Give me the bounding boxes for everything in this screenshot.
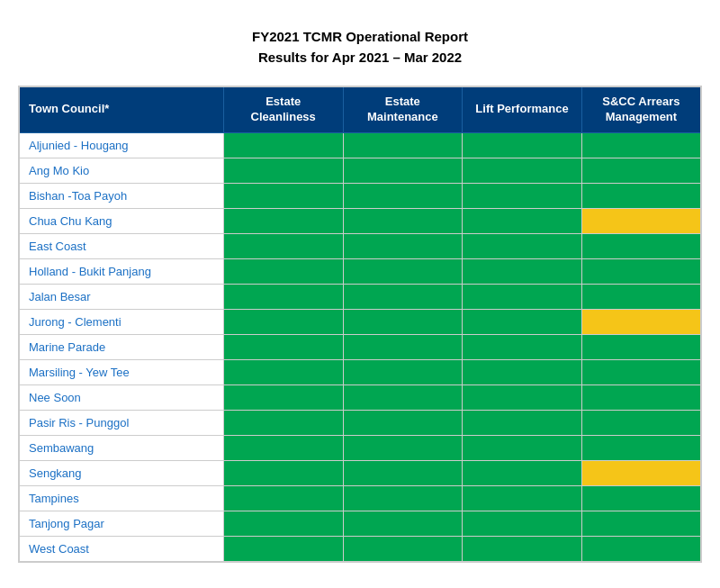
performance-table: Town Council* Estate Cleanliness Estate … xyxy=(18,86,702,563)
table-row: Marsiling - Yew Tee xyxy=(19,359,701,384)
scc-cell xyxy=(581,460,701,485)
scc-cell xyxy=(581,309,701,334)
town-council-name: Chua Chu Kang xyxy=(19,208,223,233)
table-row: Holland - Bukit Panjang xyxy=(19,258,701,284)
table-row: Nee Soon xyxy=(19,384,701,410)
maintenance-cell xyxy=(343,233,463,258)
cleanliness-cell xyxy=(223,435,343,460)
maintenance-cell xyxy=(343,384,463,410)
cleanliness-cell xyxy=(223,258,343,284)
scc-cell xyxy=(581,158,701,183)
lift-cell xyxy=(463,158,582,183)
header-scc-arrears: S&CC Arrears Management xyxy=(581,86,701,132)
town-council-name: Jurong - Clementi xyxy=(19,309,223,334)
scc-cell xyxy=(581,334,701,359)
cleanliness-cell xyxy=(223,208,343,233)
maintenance-cell xyxy=(343,435,463,460)
lift-cell xyxy=(463,359,582,384)
maintenance-cell xyxy=(343,284,463,309)
town-council-name: Sembawang xyxy=(19,435,223,460)
cleanliness-cell xyxy=(223,284,343,309)
town-council-name: Bishan -Toa Payoh xyxy=(19,183,223,208)
maintenance-cell xyxy=(343,309,463,334)
cleanliness-cell xyxy=(223,309,343,334)
scc-cell xyxy=(581,359,701,384)
scc-cell xyxy=(581,384,701,410)
table-row: Sengkang xyxy=(19,460,701,485)
lift-cell xyxy=(463,233,582,258)
maintenance-cell xyxy=(343,183,463,208)
scc-cell xyxy=(581,410,701,435)
title-line2: Results for Apr 2021 – Mar 2022 xyxy=(258,50,462,65)
lift-cell xyxy=(463,536,582,562)
scc-cell xyxy=(581,511,701,536)
table-row: Tampines xyxy=(19,485,701,511)
header-estate-cleanliness: Estate Cleanliness xyxy=(223,86,343,132)
lift-cell xyxy=(463,284,582,309)
maintenance-cell xyxy=(343,208,463,233)
town-council-name: Pasir Ris - Punggol xyxy=(19,410,223,435)
lift-cell xyxy=(463,183,582,208)
scc-cell xyxy=(581,208,701,233)
report-title: FY2021 TCMR Operational Report Results f… xyxy=(18,27,702,68)
table-row: West Coast xyxy=(19,536,701,562)
maintenance-cell xyxy=(343,410,463,435)
lift-cell xyxy=(463,384,582,410)
cleanliness-cell xyxy=(223,233,343,258)
maintenance-cell xyxy=(343,460,463,485)
town-council-name: West Coast xyxy=(19,536,223,562)
cleanliness-cell xyxy=(223,158,343,183)
header-town-council: Town Council* xyxy=(19,86,223,132)
scc-cell xyxy=(581,132,701,158)
table-row: Bishan -Toa Payoh xyxy=(19,183,701,208)
cleanliness-cell xyxy=(223,460,343,485)
table-row: Marine Parade xyxy=(19,334,701,359)
lift-cell xyxy=(463,258,582,284)
lift-cell xyxy=(463,485,582,511)
maintenance-cell xyxy=(343,132,463,158)
table-row: Tanjong Pagar xyxy=(19,511,701,536)
scc-cell xyxy=(581,536,701,562)
lift-cell xyxy=(463,132,582,158)
cleanliness-cell xyxy=(223,410,343,435)
cleanliness-cell xyxy=(223,384,343,410)
lift-cell xyxy=(463,309,582,334)
lift-cell xyxy=(463,208,582,233)
table-row: Ang Mo Kio xyxy=(19,158,701,183)
scc-cell xyxy=(581,435,701,460)
maintenance-cell xyxy=(343,359,463,384)
town-council-name: Marine Parade xyxy=(19,334,223,359)
town-council-name: Sengkang xyxy=(19,460,223,485)
table-row: Jalan Besar xyxy=(19,284,701,309)
lift-cell xyxy=(463,511,582,536)
cleanliness-cell xyxy=(223,536,343,562)
table-header-row: Town Council* Estate Cleanliness Estate … xyxy=(19,86,701,132)
town-council-name: Nee Soon xyxy=(19,384,223,410)
maintenance-cell xyxy=(343,536,463,562)
town-council-name: Tampines xyxy=(19,485,223,511)
cleanliness-cell xyxy=(223,132,343,158)
lift-cell xyxy=(463,334,582,359)
scc-cell xyxy=(581,233,701,258)
town-council-name: Ang Mo Kio xyxy=(19,158,223,183)
scc-cell xyxy=(581,485,701,511)
title-line1: FY2021 TCMR Operational Report xyxy=(252,29,468,44)
cleanliness-cell xyxy=(223,183,343,208)
maintenance-cell xyxy=(343,485,463,511)
lift-cell xyxy=(463,460,582,485)
table-row: Aljunied - Hougang xyxy=(19,132,701,158)
town-council-name: Holland - Bukit Panjang xyxy=(19,258,223,284)
cleanliness-cell xyxy=(223,334,343,359)
table-row: Chua Chu Kang xyxy=(19,208,701,233)
table-row: East Coast xyxy=(19,233,701,258)
lift-cell xyxy=(463,435,582,460)
lift-cell xyxy=(463,410,582,435)
table-row: Sembawang xyxy=(19,435,701,460)
town-council-name: Marsiling - Yew Tee xyxy=(19,359,223,384)
cleanliness-cell xyxy=(223,485,343,511)
maintenance-cell xyxy=(343,158,463,183)
header-lift-performance: Lift Performance xyxy=(463,86,582,132)
table-row: Pasir Ris - Punggol xyxy=(19,410,701,435)
table-row: Jurong - Clementi xyxy=(19,309,701,334)
cleanliness-cell xyxy=(223,511,343,536)
